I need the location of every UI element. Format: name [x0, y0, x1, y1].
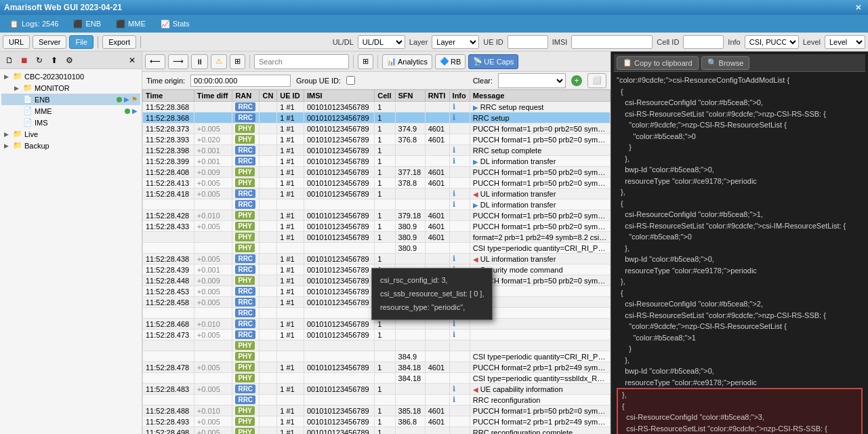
cellid-input[interactable]: [683, 35, 724, 49]
sidebar-refresh-icon[interactable]: ↻: [33, 54, 46, 67]
cell-cn: [260, 199, 277, 210]
expand-button[interactable]: ⬜: [587, 73, 606, 88]
stats-tab[interactable]: 📈 Stats: [154, 16, 197, 31]
logs-tab[interactable]: 📋 Logs: 2546: [3, 16, 65, 31]
table-row[interactable]: 11:52:28.373 +0.005 PHY 1 #1 00101012345…: [143, 123, 611, 134]
warn-button[interactable]: ⚠: [211, 54, 227, 69]
table-row[interactable]: 11:52:28.418 +0.005 RRC 1 #1 00101012345…: [143, 189, 611, 199]
rb-button[interactable]: 🔷 RB: [435, 54, 466, 69]
table-row[interactable]: PHY: [143, 340, 611, 351]
cell-ueid: 1 #1: [277, 384, 304, 395]
table-row[interactable]: 11:52:28.488 +0.010 PHY 1 #1 00101012345…: [143, 406, 611, 416]
cell-time: 11:52:28.493: [143, 416, 194, 427]
browse-button[interactable]: 🔍 Browse: [701, 56, 750, 70]
table-row[interactable]: 11:52:28.398 +0.001 RRC 1 #1 00101012345…: [143, 145, 611, 156]
table-row[interactable]: 11:52:28.408 +0.009 PHY 1 #1 00101012345…: [143, 167, 611, 178]
table-row[interactable]: PHY 380.9 CSI type=periodic quantity=CRI…: [143, 243, 611, 254]
sidebar-new-icon[interactable]: 🗋: [3, 54, 16, 67]
level-select[interactable]: Level: [825, 35, 865, 49]
play-icon[interactable]: ▶: [132, 107, 138, 115]
clear-select[interactable]: [498, 73, 566, 88]
table-row[interactable]: 11:52:28.498 +0.005 PHY 1 #1 00101012345…: [143, 427, 611, 435]
cell-diff: +0.010: [194, 319, 232, 330]
server-button[interactable]: Server: [33, 35, 66, 49]
search-input[interactable]: [254, 54, 349, 69]
cell-ueid: [277, 351, 304, 362]
filter-button[interactable]: ⊞: [230, 54, 245, 69]
table-icon-button[interactable]: ⊞: [358, 54, 373, 69]
time-origin-input[interactable]: [190, 75, 291, 87]
table-row[interactable]: 11:52:28.478 +0.005 PHY 1 #1 00101012345…: [143, 362, 611, 373]
cell-diff: [194, 308, 232, 319]
cell-ueid: 1 #1: [277, 330, 304, 340]
file-button[interactable]: File: [69, 35, 94, 49]
info-select[interactable]: CSI, PUCC: [745, 35, 799, 49]
cell-cn: [260, 113, 277, 123]
table-row[interactable]: 11:52:28.493 +0.005 PHY 1 #1 00101012345…: [143, 416, 611, 427]
cell-cell: 1: [375, 416, 395, 427]
table-row[interactable]: 11:52:28.433 +0.005 PHY 1 #1 00101012345…: [143, 221, 611, 232]
cell-sfn: 384.9: [395, 351, 425, 362]
table-row[interactable]: 11:52:28.438 +0.005 RRC 1 #1 00101012345…: [143, 254, 611, 264]
url-button[interactable]: URL: [3, 35, 30, 49]
sidebar-item-ims[interactable]: 📄 IMS: [1, 117, 140, 128]
toolbar-sep2: [353, 55, 354, 68]
enb-tab[interactable]: ⬛ ENB: [66, 16, 108, 31]
play-icon[interactable]: ▶: [124, 96, 129, 103]
table-container[interactable]: Time Time diff RAN CN UE ID IMSI Cell SF…: [142, 90, 611, 434]
right-panel: 📋 Copy to clipboard 🔍 Browse "color:#9cd…: [611, 52, 868, 434]
table-row[interactable]: 11:52:28.399 +0.001 RRC 1 #1 00101012345…: [143, 156, 611, 167]
ue-caps-button[interactable]: 📡 UE Caps: [468, 54, 518, 69]
group-ueid-checkbox[interactable]: [346, 76, 355, 85]
cell-imsi: [304, 351, 374, 362]
layer-select[interactable]: Layer: [432, 35, 479, 49]
cell-cn: [260, 330, 277, 340]
analytics-button[interactable]: 📊 Analytics: [382, 54, 432, 69]
pause-button[interactable]: ⏸: [191, 54, 208, 69]
cell-ueid: [277, 373, 304, 384]
table-row[interactable]: 11:52:28.368 RRC 1 #1 001010123456789 1 …: [143, 102, 611, 113]
fwd-button[interactable]: ⟶: [168, 54, 188, 69]
cell-ran: PHY: [232, 340, 260, 351]
table-row[interactable]: 11:52:28.368 RRC 1 #1 001010123456789 1 …: [143, 113, 611, 123]
ueid-input[interactable]: [508, 35, 548, 49]
imsi-input[interactable]: [571, 35, 653, 49]
table-row[interactable]: 11:52:28.413 +0.005 PHY 1 #1 00101012345…: [143, 178, 611, 189]
uldl-select[interactable]: UL/DLULDL: [358, 35, 405, 49]
sidebar-upload-icon[interactable]: ⬆: [47, 54, 61, 67]
sidebar-item-monitor[interactable]: ▶ 📁 MONITOR: [1, 82, 140, 94]
table-row[interactable]: PHY 384.18 CSI type=periodic quantity=ss…: [143, 373, 611, 384]
cell-diff: +0.001: [194, 156, 232, 167]
sidebar-item-backup[interactable]: ▶ 📁 Backup: [1, 140, 140, 151]
copy-clipboard-button[interactable]: 📋 Copy to clipboard: [617, 56, 699, 70]
table-row[interactable]: RRC ℹ RRC reconfiguration: [143, 395, 611, 406]
table-row[interactable]: RRC ℹ ▶ DL information transfer: [143, 199, 611, 210]
cell-sfn: [395, 330, 425, 340]
sidebar-item-enb[interactable]: 📄 ENB ▶ ⚑: [1, 94, 140, 105]
sidebar-item-cbc[interactable]: ▶ 📁 CBC-2023010100: [1, 71, 140, 82]
back-button[interactable]: ⟵: [145, 54, 165, 69]
table-row[interactable]: 11:52:28.473 +0.005 RRC 1 #1 00101012345…: [143, 330, 611, 340]
sidebar-item-mme[interactable]: 📄 MME ▶: [1, 105, 140, 117]
code-line: "color:#b5cea8;">0: [617, 131, 863, 142]
cell-rnti: [425, 102, 449, 113]
sidebar-item-label: IMS: [35, 119, 138, 127]
cell-diff: +0.005: [194, 362, 232, 373]
file-icon: 📄: [23, 106, 33, 115]
export-button[interactable]: Export: [102, 35, 136, 49]
table-row[interactable]: 11:52:28.393 +0.020 PHY 1 #1 00101012345…: [143, 134, 611, 145]
table-row[interactable]: PHY 384.9 CSI type=periodic quantity=CRI…: [143, 351, 611, 362]
table-row[interactable]: 11:52:28.428 +0.010 PHY 1 #1 00101012345…: [143, 210, 611, 221]
sidebar-stop-icon[interactable]: ⏹: [18, 54, 31, 67]
cell-time: 11:52:28.458: [143, 297, 194, 308]
table-row[interactable]: 11:52:28.483 +0.005 RRC 1 #1 00101012345…: [143, 384, 611, 395]
mme-tab[interactable]: ⬛ MME: [109, 16, 152, 31]
sidebar-item-live[interactable]: ▶ 📁 Live: [1, 128, 140, 140]
table-row[interactable]: PHY 1 #1 001010123456789 1 380.9 4601 fo…: [143, 232, 611, 243]
sidebar-settings-icon[interactable]: ⚙: [62, 54, 76, 67]
add-filter-button[interactable]: +: [571, 75, 582, 86]
sidebar-close-icon[interactable]: ✕: [125, 54, 139, 67]
close-icon[interactable]: ✕: [852, 3, 864, 12]
cell-diff: [194, 102, 232, 113]
cell-cell: 1: [375, 113, 395, 123]
